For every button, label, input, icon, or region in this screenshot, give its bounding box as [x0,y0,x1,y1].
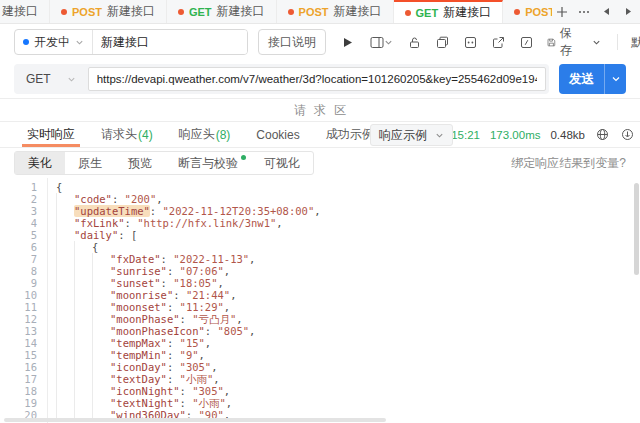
indent-guide [56,313,74,325]
line-number: 7 [0,253,46,265]
response-tab-item[interactable]: 请求头(4) [88,122,166,147]
viewer-tab[interactable]: 原生 [65,152,115,174]
json-token: , [236,313,242,325]
scroll-tabs-right-button[interactable] [620,4,636,20]
arrow-right-icon [624,7,633,16]
json-token: : [167,265,180,277]
api-client-window: 建接口POST新建接口GET新建接口POST新建接口GET新建接口POST新 开… [0,0,640,423]
indent-guide [74,349,92,361]
tab-method-label: GET [189,6,212,18]
indent-guide [56,385,74,397]
json-token: , [314,205,320,217]
editor-tab[interactable]: GET新建接口 [167,0,277,23]
api-status-select[interactable]: 开发中 [15,30,93,54]
add-tab-button[interactable] [554,4,570,20]
code-box-button[interactable] [519,35,534,50]
layout-toggle-button[interactable] [368,35,394,50]
viewer-tab[interactable]: 预览 [115,152,165,174]
save-options-button[interactable] [589,35,604,50]
main-tabs: 建接口POST新建接口GET新建接口POST新建接口GET新建接口POST新 [0,0,552,23]
json-token: , [249,253,255,265]
json-token: : [167,301,180,313]
bind-response-variable-link[interactable]: 绑定响应结果到变量? [511,155,626,172]
copy-button[interactable] [435,35,450,50]
save-icon [547,36,556,49]
code-line: 3"updateTime": "2022-11-12T20:35+08:00", [0,205,632,217]
save-button[interactable]: 保存 [547,25,576,59]
editor-tab[interactable]: POST新建接口 [50,0,167,23]
json-token: , [156,193,162,205]
chevron-down-icon [384,38,393,47]
request-section-title: 请求区 [294,102,354,119]
environment-select[interactable]: 默认环境 [631,34,640,51]
json-token: "18:05" [173,277,217,289]
viewer-tabs: 美化原生预览断言与校验可视化 [14,151,314,175]
json-response-editor[interactable]: 1{2"code": "200",3"updateTime": "2022-11… [0,178,640,423]
response-tab-label: 实时响应 [27,126,75,143]
viewer-tab[interactable]: 美化 [15,152,65,174]
horizontal-scrollbar[interactable] [4,418,386,422]
lock-icon [408,36,421,49]
more-tabs-button[interactable] [576,4,592,20]
json-token: "textNight" [110,397,180,409]
request-url-row: GET 发送 [0,60,640,98]
play-icon [342,37,353,48]
arrow-left-icon [602,7,611,16]
vertical-scrollbar[interactable] [634,183,639,275]
share-button[interactable] [491,35,506,50]
request-url-input[interactable] [88,67,546,91]
editor-tab[interactable]: POST新建接口 [277,0,394,23]
indent-guide [74,385,92,397]
response-tab-item[interactable]: 响应头(8) [166,122,244,147]
request-section-divider[interactable]: 请求区 [0,98,640,122]
line-number: 2 [0,193,46,205]
json-token: "moonPhaseIcon" [110,325,205,337]
tab-method-label: GET [416,7,439,19]
line-content: { [46,241,98,253]
line-number: 14 [0,337,46,349]
lock-button[interactable] [407,35,422,50]
api-title-input[interactable] [93,30,247,54]
code-line: 7"fxDate": "2022-11-13", [0,253,632,265]
json-token: "305" [180,361,212,373]
indent-guide [56,217,74,229]
viewer-tab[interactable]: 可视化 [251,152,313,174]
run-button[interactable] [340,35,355,50]
line-content: "daily": [ [46,229,137,241]
json-token: { [56,181,62,193]
api-doc-button[interactable]: 接口说明 [258,29,326,55]
http-method-select[interactable]: GET [14,72,88,86]
response-size: 0.48kb [550,129,585,141]
response-example-select[interactable]: 响应示例 [370,124,453,146]
response-tab-count: (4) [138,128,153,142]
http-method-label: GET [26,72,51,86]
editor-tab[interactable]: POST新 [503,0,552,23]
send-button[interactable]: 发送 [559,64,626,94]
response-tab-item[interactable]: 实时响应 [14,122,88,147]
indent-guide [92,349,110,361]
download-response-button[interactable] [620,127,635,142]
indent-guide [56,193,74,205]
tab-title-label: 新建接口 [107,3,155,20]
line-number: 19 [0,397,46,409]
save-button-label: 保存 [560,25,576,59]
line-content: "moonPhase": "亏凸月", [46,313,243,325]
line-content: "tempMax": "15", [46,337,211,349]
code-line: 8"sunrise": "07:06", [0,265,632,277]
viewer-tab[interactable]: 断言与校验 [165,152,251,174]
response-tab-cookies[interactable]: Cookies [243,122,312,147]
proxy-globe-button[interactable] [595,127,610,142]
tab-method-label: POST [299,6,329,18]
dots-square-button[interactable] [463,35,478,50]
send-options-button[interactable] [604,64,626,94]
json-token: , [230,289,236,301]
line-number: 10 [0,289,46,301]
editor-tab[interactable]: GET新建接口 [394,0,504,23]
json-token: : [150,205,163,217]
line-content: "iconNight": "305", [46,385,230,397]
scroll-tabs-left-button[interactable] [598,4,614,20]
main-tab-bar: 建接口POST新建接口GET新建接口POST新建接口GET新建接口POST新 [0,0,640,24]
copy-icon [436,36,449,49]
editor-tab[interactable]: 建接口 [0,0,50,23]
line-content: "moonset": "11:29", [46,301,230,313]
